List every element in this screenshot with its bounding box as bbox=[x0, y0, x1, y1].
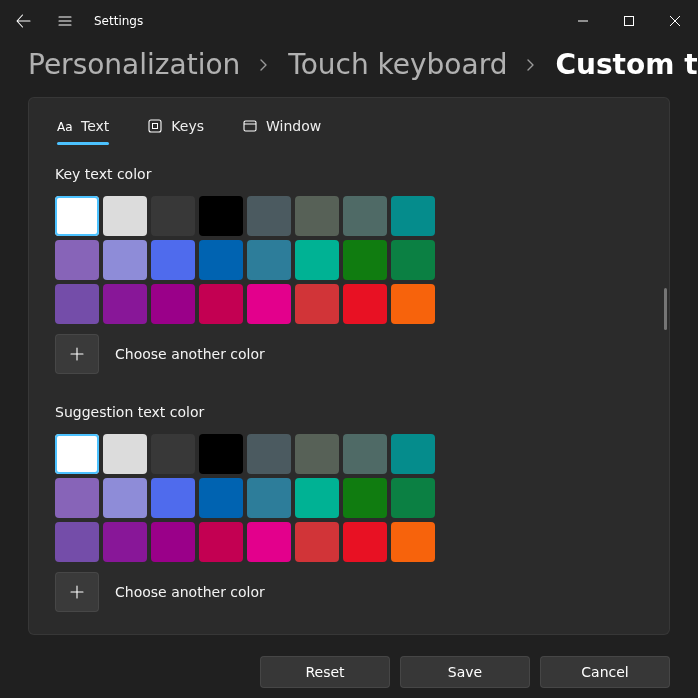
color-swatch[interactable] bbox=[55, 240, 99, 280]
color-swatch[interactable] bbox=[391, 196, 435, 236]
save-button-label: Save bbox=[448, 664, 482, 680]
color-swatch[interactable] bbox=[103, 478, 147, 518]
choose-color-label: Choose another color bbox=[115, 346, 265, 362]
save-button[interactable]: Save bbox=[400, 656, 530, 688]
minimize-icon bbox=[578, 16, 588, 26]
color-swatch[interactable] bbox=[151, 434, 195, 474]
nav-menu-button[interactable] bbox=[48, 4, 82, 38]
suggestion-text-color-label: Suggestion text color bbox=[55, 404, 643, 420]
reset-button-label: Reset bbox=[305, 664, 344, 680]
color-swatch[interactable] bbox=[151, 240, 195, 280]
tab-window-label: Window bbox=[266, 118, 321, 134]
color-swatch[interactable] bbox=[343, 522, 387, 562]
breadcrumb: Personalization Touch keyboard Custom th… bbox=[0, 42, 698, 95]
color-swatch[interactable] bbox=[151, 196, 195, 236]
svg-text:Aa: Aa bbox=[57, 120, 73, 133]
color-swatch[interactable] bbox=[199, 478, 243, 518]
color-swatch[interactable] bbox=[295, 434, 339, 474]
cancel-button-label: Cancel bbox=[581, 664, 628, 680]
color-swatch[interactable] bbox=[151, 284, 195, 324]
color-swatch[interactable] bbox=[295, 196, 339, 236]
color-swatch[interactable] bbox=[247, 522, 291, 562]
color-swatch[interactable] bbox=[391, 434, 435, 474]
color-swatch[interactable] bbox=[55, 196, 99, 236]
close-icon bbox=[670, 16, 680, 26]
back-button[interactable] bbox=[6, 4, 40, 38]
color-swatch[interactable] bbox=[391, 240, 435, 280]
color-swatch[interactable] bbox=[199, 434, 243, 474]
chevron-right-icon bbox=[525, 59, 537, 71]
color-swatch[interactable] bbox=[247, 240, 291, 280]
breadcrumb-item-touch-keyboard[interactable]: Touch keyboard bbox=[288, 48, 507, 81]
close-button[interactable] bbox=[652, 6, 698, 36]
suggestion-text-choose-row: Choose another color bbox=[55, 572, 643, 612]
color-swatch[interactable] bbox=[55, 478, 99, 518]
svg-rect-0 bbox=[625, 17, 634, 26]
svg-rect-2 bbox=[149, 120, 161, 132]
choose-color-label: Choose another color bbox=[115, 584, 265, 600]
color-swatch[interactable] bbox=[247, 478, 291, 518]
color-swatch[interactable] bbox=[247, 284, 291, 324]
color-swatch[interactable] bbox=[103, 240, 147, 280]
tab-window[interactable]: Window bbox=[242, 112, 321, 144]
color-swatch[interactable] bbox=[103, 196, 147, 236]
cancel-button[interactable]: Cancel bbox=[540, 656, 670, 688]
plus-icon bbox=[70, 585, 84, 599]
color-swatch[interactable] bbox=[391, 522, 435, 562]
color-swatch[interactable] bbox=[151, 478, 195, 518]
window-icon bbox=[242, 118, 258, 134]
color-swatch[interactable] bbox=[295, 478, 339, 518]
caption-buttons bbox=[560, 6, 698, 36]
tab-keys[interactable]: Keys bbox=[147, 112, 204, 144]
tabs: Aa Text Keys Window bbox=[55, 108, 643, 144]
footer: Reset Save Cancel bbox=[28, 646, 670, 698]
breadcrumb-item-current: Custom theme bbox=[555, 48, 698, 81]
maximize-icon bbox=[624, 16, 634, 26]
color-swatch[interactable] bbox=[199, 284, 243, 324]
color-swatch[interactable] bbox=[391, 478, 435, 518]
color-swatch[interactable] bbox=[295, 284, 339, 324]
tab-text[interactable]: Aa Text bbox=[57, 112, 109, 144]
svg-rect-3 bbox=[153, 124, 158, 129]
color-swatch[interactable] bbox=[199, 522, 243, 562]
reset-button[interactable]: Reset bbox=[260, 656, 390, 688]
color-swatch[interactable] bbox=[247, 434, 291, 474]
settings-card-inner: Aa Text Keys Window Key text color bbox=[29, 98, 669, 634]
choose-color-button[interactable] bbox=[55, 572, 99, 612]
maximize-button[interactable] bbox=[606, 6, 652, 36]
color-swatch[interactable] bbox=[55, 284, 99, 324]
breadcrumb-item-personalization[interactable]: Personalization bbox=[28, 48, 240, 81]
color-swatch[interactable] bbox=[247, 196, 291, 236]
hamburger-icon bbox=[57, 13, 73, 29]
key-text-choose-row: Choose another color bbox=[55, 334, 643, 374]
svg-rect-4 bbox=[244, 121, 256, 131]
tab-text-label: Text bbox=[81, 118, 109, 134]
minimize-button[interactable] bbox=[560, 6, 606, 36]
color-swatch[interactable] bbox=[103, 284, 147, 324]
color-swatch[interactable] bbox=[343, 434, 387, 474]
title-bar: Settings bbox=[0, 0, 698, 42]
color-swatch[interactable] bbox=[391, 284, 435, 324]
color-swatch[interactable] bbox=[103, 522, 147, 562]
back-arrow-icon bbox=[15, 13, 31, 29]
color-swatch[interactable] bbox=[343, 196, 387, 236]
scrollbar-thumb[interactable] bbox=[664, 288, 667, 330]
window-title: Settings bbox=[94, 14, 143, 28]
choose-color-button[interactable] bbox=[55, 334, 99, 374]
color-swatch[interactable] bbox=[199, 240, 243, 280]
text-icon: Aa bbox=[57, 118, 73, 134]
chevron-right-icon bbox=[258, 59, 270, 71]
color-swatch[interactable] bbox=[343, 240, 387, 280]
color-swatch[interactable] bbox=[199, 196, 243, 236]
color-swatch[interactable] bbox=[151, 522, 195, 562]
color-swatch[interactable] bbox=[55, 434, 99, 474]
color-swatch[interactable] bbox=[55, 522, 99, 562]
color-swatch[interactable] bbox=[343, 284, 387, 324]
tab-keys-label: Keys bbox=[171, 118, 204, 134]
color-swatch[interactable] bbox=[295, 522, 339, 562]
color-swatch[interactable] bbox=[343, 478, 387, 518]
color-swatch[interactable] bbox=[103, 434, 147, 474]
key-text-color-label: Key text color bbox=[55, 166, 643, 182]
color-swatch[interactable] bbox=[295, 240, 339, 280]
keys-icon bbox=[147, 118, 163, 134]
